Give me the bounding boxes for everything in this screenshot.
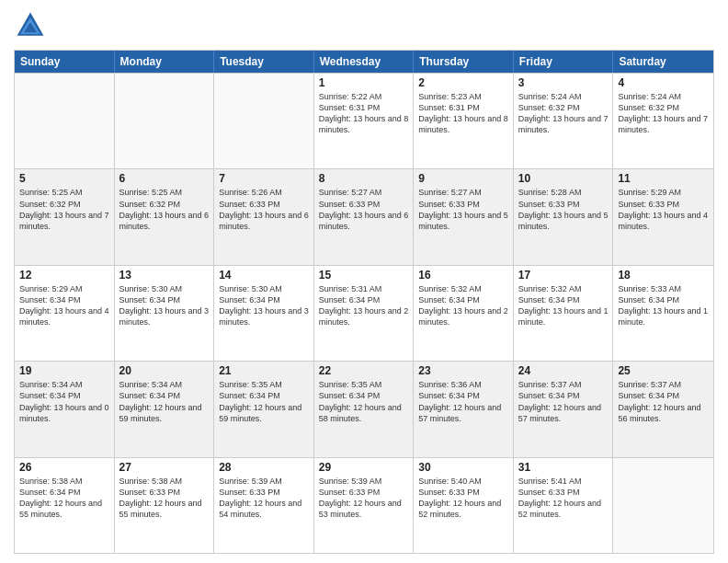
day-number: 22: [319, 364, 409, 377]
day-number: 16: [418, 269, 508, 282]
calendar-row-3: 19Sunrise: 5:34 AM Sunset: 6:34 PM Dayli…: [15, 361, 713, 456]
day-of-week-friday: Friday: [514, 51, 614, 73]
day-of-week-sunday: Sunday: [15, 51, 115, 73]
day-number: 9: [418, 172, 508, 185]
day-number: 29: [319, 461, 409, 474]
day-number: 4: [618, 76, 709, 89]
day-cell-9: 9Sunrise: 5:27 AM Sunset: 6:33 PM Daylig…: [414, 169, 514, 264]
day-info: Sunrise: 5:26 AM Sunset: 6:33 PM Dayligh…: [219, 187, 309, 232]
day-number: 18: [618, 269, 709, 282]
day-number: 25: [618, 364, 709, 377]
day-of-week-tuesday: Tuesday: [214, 51, 314, 73]
day-number: 8: [319, 172, 409, 185]
day-info: Sunrise: 5:35 AM Sunset: 6:34 PM Dayligh…: [219, 379, 309, 424]
empty-cell: [613, 458, 713, 553]
calendar: SundayMondayTuesdayWednesdayThursdayFrid…: [14, 50, 714, 554]
calendar-header: SundayMondayTuesdayWednesdayThursdayFrid…: [15, 51, 713, 73]
day-number: 14: [219, 269, 309, 282]
day-cell-25: 25Sunrise: 5:37 AM Sunset: 6:34 PM Dayli…: [613, 362, 713, 456]
day-number: 30: [418, 461, 508, 474]
day-info: Sunrise: 5:31 AM Sunset: 6:34 PM Dayligh…: [319, 283, 409, 328]
day-info: Sunrise: 5:32 AM Sunset: 6:34 PM Dayligh…: [518, 283, 609, 328]
day-number: 15: [319, 269, 409, 282]
day-info: Sunrise: 5:34 AM Sunset: 6:34 PM Dayligh…: [19, 379, 109, 424]
calendar-body: 1Sunrise: 5:22 AM Sunset: 6:31 PM Daylig…: [15, 73, 713, 553]
logo-icon: [14, 9, 47, 42]
calendar-row-0: 1Sunrise: 5:22 AM Sunset: 6:31 PM Daylig…: [15, 73, 713, 168]
day-info: Sunrise: 5:28 AM Sunset: 6:33 PM Dayligh…: [518, 187, 609, 232]
day-number: 28: [219, 461, 309, 474]
day-number: 19: [19, 364, 109, 377]
day-info: Sunrise: 5:27 AM Sunset: 6:33 PM Dayligh…: [319, 187, 409, 232]
day-info: Sunrise: 5:27 AM Sunset: 6:33 PM Dayligh…: [418, 187, 508, 232]
day-number: 24: [518, 364, 609, 377]
logo: [14, 9, 51, 42]
day-cell-14: 14Sunrise: 5:30 AM Sunset: 6:34 PM Dayli…: [214, 266, 314, 361]
day-number: 20: [119, 364, 210, 377]
empty-cell: [15, 74, 115, 168]
calendar-row-1: 5Sunrise: 5:25 AM Sunset: 6:32 PM Daylig…: [15, 168, 713, 264]
day-info: Sunrise: 5:25 AM Sunset: 6:32 PM Dayligh…: [19, 187, 109, 232]
day-info: Sunrise: 5:39 AM Sunset: 6:33 PM Dayligh…: [319, 476, 409, 521]
day-info: Sunrise: 5:23 AM Sunset: 6:31 PM Dayligh…: [418, 91, 508, 136]
day-info: Sunrise: 5:35 AM Sunset: 6:34 PM Dayligh…: [319, 379, 409, 424]
day-info: Sunrise: 5:33 AM Sunset: 6:34 PM Dayligh…: [618, 283, 709, 328]
day-number: 27: [119, 461, 210, 474]
day-cell-15: 15Sunrise: 5:31 AM Sunset: 6:34 PM Dayli…: [314, 266, 415, 361]
day-info: Sunrise: 5:38 AM Sunset: 6:34 PM Dayligh…: [19, 476, 109, 521]
day-cell-17: 17Sunrise: 5:32 AM Sunset: 6:34 PM Dayli…: [514, 266, 614, 361]
day-info: Sunrise: 5:29 AM Sunset: 6:34 PM Dayligh…: [19, 283, 109, 328]
day-cell-8: 8Sunrise: 5:27 AM Sunset: 6:33 PM Daylig…: [314, 169, 415, 264]
calendar-row-4: 26Sunrise: 5:38 AM Sunset: 6:34 PM Dayli…: [15, 457, 713, 553]
day-number: 3: [518, 76, 609, 89]
day-cell-2: 2Sunrise: 5:23 AM Sunset: 6:31 PM Daylig…: [414, 74, 514, 168]
day-cell-27: 27Sunrise: 5:38 AM Sunset: 6:33 PM Dayli…: [115, 458, 215, 553]
day-info: Sunrise: 5:24 AM Sunset: 6:32 PM Dayligh…: [518, 91, 609, 136]
day-cell-12: 12Sunrise: 5:29 AM Sunset: 6:34 PM Dayli…: [15, 266, 115, 361]
day-cell-19: 19Sunrise: 5:34 AM Sunset: 6:34 PM Dayli…: [15, 362, 115, 456]
day-info: Sunrise: 5:30 AM Sunset: 6:34 PM Dayligh…: [219, 283, 309, 328]
day-cell-26: 26Sunrise: 5:38 AM Sunset: 6:34 PM Dayli…: [15, 458, 115, 553]
day-of-week-monday: Monday: [115, 51, 215, 73]
day-info: Sunrise: 5:24 AM Sunset: 6:32 PM Dayligh…: [618, 91, 709, 136]
day-cell-7: 7Sunrise: 5:26 AM Sunset: 6:33 PM Daylig…: [214, 169, 314, 264]
empty-cell: [214, 74, 314, 168]
day-info: Sunrise: 5:36 AM Sunset: 6:34 PM Dayligh…: [418, 379, 508, 424]
day-number: 17: [518, 269, 609, 282]
day-cell-22: 22Sunrise: 5:35 AM Sunset: 6:34 PM Dayli…: [314, 362, 415, 456]
page: SundayMondayTuesdayWednesdayThursdayFrid…: [0, 0, 728, 563]
day-cell-11: 11Sunrise: 5:29 AM Sunset: 6:33 PM Dayli…: [613, 169, 713, 264]
day-number: 23: [418, 364, 508, 377]
day-cell-16: 16Sunrise: 5:32 AM Sunset: 6:34 PM Dayli…: [414, 266, 514, 361]
day-info: Sunrise: 5:37 AM Sunset: 6:34 PM Dayligh…: [518, 379, 609, 424]
day-number: 21: [219, 364, 309, 377]
day-cell-3: 3Sunrise: 5:24 AM Sunset: 6:32 PM Daylig…: [514, 74, 614, 168]
day-cell-28: 28Sunrise: 5:39 AM Sunset: 6:33 PM Dayli…: [214, 458, 314, 553]
day-cell-29: 29Sunrise: 5:39 AM Sunset: 6:33 PM Dayli…: [314, 458, 415, 553]
day-number: 31: [518, 461, 609, 474]
day-number: 10: [518, 172, 609, 185]
day-info: Sunrise: 5:37 AM Sunset: 6:34 PM Dayligh…: [618, 379, 709, 424]
day-number: 11: [618, 172, 709, 185]
day-of-week-wednesday: Wednesday: [314, 51, 415, 73]
day-cell-18: 18Sunrise: 5:33 AM Sunset: 6:34 PM Dayli…: [613, 266, 713, 361]
day-number: 1: [319, 76, 409, 89]
empty-cell: [115, 74, 215, 168]
day-number: 12: [19, 269, 109, 282]
day-info: Sunrise: 5:32 AM Sunset: 6:34 PM Dayligh…: [418, 283, 508, 328]
day-cell-30: 30Sunrise: 5:40 AM Sunset: 6:33 PM Dayli…: [414, 458, 514, 553]
day-cell-10: 10Sunrise: 5:28 AM Sunset: 6:33 PM Dayli…: [514, 169, 614, 264]
day-info: Sunrise: 5:41 AM Sunset: 6:33 PM Dayligh…: [518, 476, 609, 521]
header: [14, 9, 714, 42]
day-info: Sunrise: 5:25 AM Sunset: 6:32 PM Dayligh…: [119, 187, 210, 232]
day-cell-13: 13Sunrise: 5:30 AM Sunset: 6:34 PM Dayli…: [115, 266, 215, 361]
day-cell-21: 21Sunrise: 5:35 AM Sunset: 6:34 PM Dayli…: [214, 362, 314, 456]
day-of-week-saturday: Saturday: [613, 51, 713, 73]
day-cell-20: 20Sunrise: 5:34 AM Sunset: 6:34 PM Dayli…: [115, 362, 215, 456]
day-of-week-thursday: Thursday: [414, 51, 514, 73]
day-info: Sunrise: 5:34 AM Sunset: 6:34 PM Dayligh…: [119, 379, 210, 424]
day-info: Sunrise: 5:39 AM Sunset: 6:33 PM Dayligh…: [219, 476, 309, 521]
day-info: Sunrise: 5:38 AM Sunset: 6:33 PM Dayligh…: [119, 476, 210, 521]
day-number: 5: [19, 172, 109, 185]
day-cell-4: 4Sunrise: 5:24 AM Sunset: 6:32 PM Daylig…: [613, 74, 713, 168]
